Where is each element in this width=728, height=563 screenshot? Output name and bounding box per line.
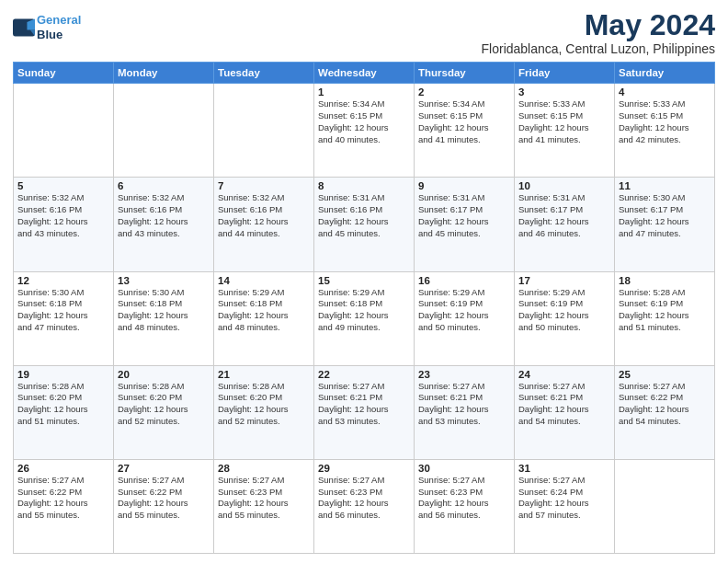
calendar-day-4: 4Sunrise: 5:33 AM Sunset: 6:15 PM Daylig… <box>615 84 715 178</box>
logo-icon <box>13 18 35 37</box>
day-info: Sunrise: 5:27 AM Sunset: 6:21 PM Dayligh… <box>518 381 610 428</box>
calendar-day-31: 31Sunrise: 5:27 AM Sunset: 6:24 PM Dayli… <box>515 459 615 553</box>
calendar-day-11: 11Sunrise: 5:30 AM Sunset: 6:17 PM Dayli… <box>615 178 715 271</box>
day-number: 25 <box>619 369 711 380</box>
calendar-body: 1Sunrise: 5:34 AM Sunset: 6:15 PM Daylig… <box>14 84 715 554</box>
day-info: Sunrise: 5:30 AM Sunset: 6:17 PM Dayligh… <box>619 192 711 239</box>
day-number: 29 <box>318 463 410 474</box>
day-number: 19 <box>17 369 109 380</box>
logo-text: General Blue <box>37 13 81 41</box>
calendar-day-25: 25Sunrise: 5:27 AM Sunset: 6:22 PM Dayli… <box>615 365 715 459</box>
calendar-day-8: 8Sunrise: 5:31 AM Sunset: 6:16 PM Daylig… <box>314 178 415 271</box>
page: General Blue May 2024 Floridablanca, Cen… <box>0 0 728 563</box>
day-number: 1 <box>318 86 410 98</box>
day-number: 11 <box>619 180 711 191</box>
day-number: 4 <box>619 86 711 98</box>
day-number: 7 <box>218 180 310 191</box>
day-number: 14 <box>218 275 310 286</box>
logo: General Blue <box>13 13 81 41</box>
calendar-header-row: SundayMondayTuesdayWednesdayThursdayFrid… <box>14 63 715 84</box>
day-info: Sunrise: 5:27 AM Sunset: 6:21 PM Dayligh… <box>318 381 410 428</box>
day-number: 20 <box>118 369 210 380</box>
weekday-header-tuesday: Tuesday <box>214 63 314 84</box>
subtitle: Floridablanca, Central Luzon, Philippine… <box>482 41 715 56</box>
day-info: Sunrise: 5:27 AM Sunset: 6:22 PM Dayligh… <box>118 475 210 522</box>
day-info: Sunrise: 5:32 AM Sunset: 6:16 PM Dayligh… <box>118 192 210 239</box>
calendar-day-14: 14Sunrise: 5:29 AM Sunset: 6:18 PM Dayli… <box>214 271 314 365</box>
calendar-table: SundayMondayTuesdayWednesdayThursdayFrid… <box>13 62 715 554</box>
day-info: Sunrise: 5:32 AM Sunset: 6:16 PM Dayligh… <box>17 192 109 239</box>
calendar-day-17: 17Sunrise: 5:29 AM Sunset: 6:19 PM Dayli… <box>515 271 615 365</box>
day-info: Sunrise: 5:31 AM Sunset: 6:16 PM Dayligh… <box>318 192 410 239</box>
day-info: Sunrise: 5:28 AM Sunset: 6:19 PM Dayligh… <box>619 287 711 334</box>
day-info: Sunrise: 5:29 AM Sunset: 6:18 PM Dayligh… <box>318 287 410 334</box>
calendar-day-27: 27Sunrise: 5:27 AM Sunset: 6:22 PM Dayli… <box>114 459 214 553</box>
calendar-day-6: 6Sunrise: 5:32 AM Sunset: 6:16 PM Daylig… <box>114 178 214 271</box>
day-number: 6 <box>118 180 210 191</box>
day-number: 27 <box>118 463 210 474</box>
calendar-day-7: 7Sunrise: 5:32 AM Sunset: 6:16 PM Daylig… <box>214 178 314 271</box>
calendar-week-row: 26Sunrise: 5:27 AM Sunset: 6:22 PM Dayli… <box>14 459 715 553</box>
day-number: 5 <box>17 180 109 191</box>
calendar-week-row: 12Sunrise: 5:30 AM Sunset: 6:18 PM Dayli… <box>14 271 715 365</box>
day-number: 9 <box>418 180 510 191</box>
day-number: 12 <box>17 275 109 286</box>
calendar-week-row: 1Sunrise: 5:34 AM Sunset: 6:15 PM Daylig… <box>14 84 715 178</box>
weekday-header-sunday: Sunday <box>14 63 114 84</box>
calendar-day-19: 19Sunrise: 5:28 AM Sunset: 6:20 PM Dayli… <box>14 365 114 459</box>
calendar-day-28: 28Sunrise: 5:27 AM Sunset: 6:23 PM Dayli… <box>214 459 314 553</box>
day-number: 28 <box>218 463 310 474</box>
day-number: 31 <box>518 463 610 474</box>
day-info: Sunrise: 5:34 AM Sunset: 6:15 PM Dayligh… <box>418 98 510 145</box>
calendar-empty-cell <box>214 84 314 178</box>
day-number: 30 <box>418 463 510 474</box>
calendar-day-15: 15Sunrise: 5:29 AM Sunset: 6:18 PM Dayli… <box>314 271 415 365</box>
calendar-week-row: 19Sunrise: 5:28 AM Sunset: 6:20 PM Dayli… <box>14 365 715 459</box>
day-info: Sunrise: 5:30 AM Sunset: 6:18 PM Dayligh… <box>118 287 210 334</box>
day-info: Sunrise: 5:31 AM Sunset: 6:17 PM Dayligh… <box>418 192 510 239</box>
day-info: Sunrise: 5:29 AM Sunset: 6:19 PM Dayligh… <box>418 287 510 334</box>
weekday-header-wednesday: Wednesday <box>314 63 415 84</box>
calendar-empty-cell <box>114 84 214 178</box>
day-number: 8 <box>318 180 410 191</box>
day-number: 3 <box>518 86 610 98</box>
calendar-day-22: 22Sunrise: 5:27 AM Sunset: 6:21 PM Dayli… <box>314 365 415 459</box>
main-title: May 2024 <box>482 9 715 41</box>
calendar-empty-cell <box>14 84 114 178</box>
day-info: Sunrise: 5:27 AM Sunset: 6:23 PM Dayligh… <box>418 475 510 522</box>
calendar-day-5: 5Sunrise: 5:32 AM Sunset: 6:16 PM Daylig… <box>14 178 114 271</box>
day-info: Sunrise: 5:31 AM Sunset: 6:17 PM Dayligh… <box>518 192 610 239</box>
day-info: Sunrise: 5:29 AM Sunset: 6:19 PM Dayligh… <box>518 287 610 334</box>
day-info: Sunrise: 5:27 AM Sunset: 6:23 PM Dayligh… <box>318 475 410 522</box>
day-number: 26 <box>17 463 109 474</box>
day-number: 22 <box>318 369 410 380</box>
day-info: Sunrise: 5:29 AM Sunset: 6:18 PM Dayligh… <box>218 287 310 334</box>
day-number: 18 <box>619 275 711 286</box>
day-number: 10 <box>518 180 610 191</box>
header: General Blue May 2024 Floridablanca, Cen… <box>13 9 715 56</box>
day-number: 15 <box>318 275 410 286</box>
calendar-day-9: 9Sunrise: 5:31 AM Sunset: 6:17 PM Daylig… <box>415 178 515 271</box>
day-info: Sunrise: 5:27 AM Sunset: 6:23 PM Dayligh… <box>218 475 310 522</box>
day-number: 24 <box>518 369 610 380</box>
day-info: Sunrise: 5:33 AM Sunset: 6:15 PM Dayligh… <box>619 98 711 145</box>
calendar-day-21: 21Sunrise: 5:28 AM Sunset: 6:20 PM Dayli… <box>214 365 314 459</box>
calendar-empty-cell <box>615 459 715 553</box>
weekday-header-thursday: Thursday <box>415 63 515 84</box>
day-info: Sunrise: 5:27 AM Sunset: 6:22 PM Dayligh… <box>619 381 711 428</box>
day-info: Sunrise: 5:27 AM Sunset: 6:21 PM Dayligh… <box>418 381 510 428</box>
day-info: Sunrise: 5:28 AM Sunset: 6:20 PM Dayligh… <box>218 381 310 428</box>
day-info: Sunrise: 5:34 AM Sunset: 6:15 PM Dayligh… <box>318 98 410 145</box>
calendar-day-10: 10Sunrise: 5:31 AM Sunset: 6:17 PM Dayli… <box>515 178 615 271</box>
day-number: 23 <box>418 369 510 380</box>
weekday-header-saturday: Saturday <box>615 63 715 84</box>
calendar-day-18: 18Sunrise: 5:28 AM Sunset: 6:19 PM Dayli… <box>615 271 715 365</box>
day-number: 17 <box>518 275 610 286</box>
day-number: 16 <box>418 275 510 286</box>
calendar-day-26: 26Sunrise: 5:27 AM Sunset: 6:22 PM Dayli… <box>14 459 114 553</box>
day-info: Sunrise: 5:28 AM Sunset: 6:20 PM Dayligh… <box>17 381 109 428</box>
calendar-day-12: 12Sunrise: 5:30 AM Sunset: 6:18 PM Dayli… <box>14 271 114 365</box>
calendar-day-23: 23Sunrise: 5:27 AM Sunset: 6:21 PM Dayli… <box>415 365 515 459</box>
calendar-day-29: 29Sunrise: 5:27 AM Sunset: 6:23 PM Dayli… <box>314 459 415 553</box>
day-info: Sunrise: 5:32 AM Sunset: 6:16 PM Dayligh… <box>218 192 310 239</box>
